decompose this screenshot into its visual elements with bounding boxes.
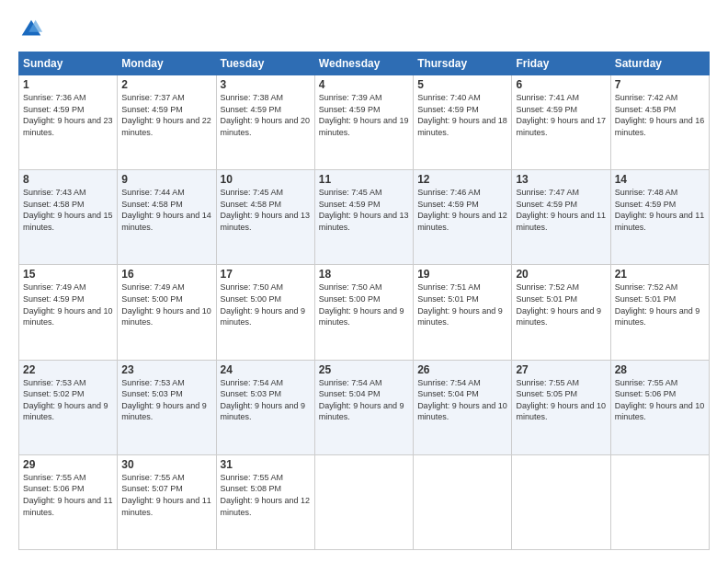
page: SundayMondayTuesdayWednesdayThursdayFrid… — [0, 0, 728, 563]
logo-icon — [18, 17, 44, 42]
day-info: Sunrise: 7:53 AM Sunset: 5:03 PM Dayligh… — [121, 377, 211, 423]
calendar-week-row: 22 Sunrise: 7:53 AM Sunset: 5:02 PM Dayl… — [19, 360, 710, 454]
calendar-cell: 18 Sunrise: 7:50 AM Sunset: 5:00 PM Dayl… — [314, 265, 413, 360]
calendar-cell: 21 Sunrise: 7:52 AM Sunset: 5:01 PM Dayl… — [610, 265, 709, 360]
day-info: Sunrise: 7:45 AM Sunset: 4:59 PM Dayligh… — [319, 187, 409, 233]
calendar-cell: 22 Sunrise: 7:53 AM Sunset: 5:02 PM Dayl… — [19, 360, 118, 454]
day-info: Sunrise: 7:52 AM Sunset: 5:01 PM Dayligh… — [516, 282, 606, 327]
day-info: Sunrise: 7:37 AM Sunset: 4:59 PM Dayligh… — [121, 92, 211, 138]
calendar-cell: 13 Sunrise: 7:47 AM Sunset: 4:59 PM Dayl… — [512, 170, 610, 265]
weekday-header: Monday — [118, 52, 216, 75]
day-info: Sunrise: 7:54 AM Sunset: 5:04 PM Dayligh… — [319, 377, 409, 423]
day-info: Sunrise: 7:51 AM Sunset: 5:01 PM Dayligh… — [417, 282, 507, 327]
day-number: 26 — [417, 363, 507, 376]
weekday-header: Friday — [512, 52, 610, 75]
calendar-cell: 17 Sunrise: 7:50 AM Sunset: 5:00 PM Dayl… — [216, 265, 314, 360]
day-number: 22 — [23, 363, 113, 376]
calendar-week-row: 29 Sunrise: 7:55 AM Sunset: 5:06 PM Dayl… — [19, 454, 710, 549]
calendar-cell: 5 Sunrise: 7:40 AM Sunset: 4:59 PM Dayli… — [414, 75, 512, 170]
weekday-header-row: SundayMondayTuesdayWednesdayThursdayFrid… — [19, 52, 710, 75]
calendar-cell: 24 Sunrise: 7:54 AM Sunset: 5:03 PM Dayl… — [216, 360, 314, 454]
calendar-cell: 27 Sunrise: 7:55 AM Sunset: 5:05 PM Dayl… — [512, 360, 610, 454]
calendar-cell: 12 Sunrise: 7:46 AM Sunset: 4:59 PM Dayl… — [414, 170, 512, 265]
calendar-week-row: 1 Sunrise: 7:36 AM Sunset: 4:59 PM Dayli… — [19, 75, 710, 170]
day-info: Sunrise: 7:39 AM Sunset: 4:59 PM Dayligh… — [319, 92, 409, 138]
day-info: Sunrise: 7:55 AM Sunset: 5:06 PM Dayligh… — [23, 472, 113, 518]
calendar-cell: 8 Sunrise: 7:43 AM Sunset: 4:58 PM Dayli… — [19, 170, 118, 265]
day-number: 15 — [23, 268, 113, 281]
day-number: 16 — [121, 268, 211, 281]
header — [18, 17, 710, 42]
day-info: Sunrise: 7:47 AM Sunset: 4:59 PM Dayligh… — [516, 187, 606, 233]
calendar-cell: 1 Sunrise: 7:36 AM Sunset: 4:59 PM Dayli… — [19, 75, 118, 170]
day-number: 4 — [319, 78, 409, 91]
day-number: 20 — [516, 268, 606, 281]
day-number: 18 — [319, 268, 409, 281]
day-info: Sunrise: 7:44 AM Sunset: 4:58 PM Dayligh… — [121, 187, 211, 233]
calendar-week-row: 8 Sunrise: 7:43 AM Sunset: 4:58 PM Dayli… — [19, 170, 710, 265]
calendar-cell: 15 Sunrise: 7:49 AM Sunset: 4:59 PM Dayl… — [19, 265, 118, 360]
day-number: 29 — [23, 458, 113, 471]
day-info: Sunrise: 7:36 AM Sunset: 4:59 PM Dayligh… — [23, 92, 113, 138]
calendar-cell: 29 Sunrise: 7:55 AM Sunset: 5:06 PM Dayl… — [19, 454, 118, 549]
calendar-cell: 23 Sunrise: 7:53 AM Sunset: 5:03 PM Dayl… — [118, 360, 216, 454]
day-number: 27 — [516, 363, 606, 376]
weekday-header: Tuesday — [216, 52, 314, 75]
calendar-cell: 2 Sunrise: 7:37 AM Sunset: 4:59 PM Dayli… — [118, 75, 216, 170]
calendar-cell: 11 Sunrise: 7:45 AM Sunset: 4:59 PM Dayl… — [314, 170, 413, 265]
day-info: Sunrise: 7:53 AM Sunset: 5:02 PM Dayligh… — [23, 377, 113, 423]
calendar-cell: 6 Sunrise: 7:41 AM Sunset: 4:59 PM Dayli… — [512, 75, 610, 170]
weekday-header: Sunday — [19, 52, 118, 75]
day-info: Sunrise: 7:52 AM Sunset: 5:01 PM Dayligh… — [615, 282, 705, 327]
calendar-cell: 28 Sunrise: 7:55 AM Sunset: 5:06 PM Dayl… — [610, 360, 709, 454]
day-number: 9 — [121, 173, 211, 186]
day-info: Sunrise: 7:38 AM Sunset: 4:59 PM Dayligh… — [221, 92, 311, 138]
calendar-cell: 30 Sunrise: 7:55 AM Sunset: 5:07 PM Dayl… — [118, 454, 216, 549]
day-number: 1 — [23, 78, 113, 91]
calendar-cell: 3 Sunrise: 7:38 AM Sunset: 4:59 PM Dayli… — [216, 75, 314, 170]
day-info: Sunrise: 7:41 AM Sunset: 4:59 PM Dayligh… — [516, 92, 606, 138]
day-info: Sunrise: 7:46 AM Sunset: 4:59 PM Dayligh… — [417, 187, 507, 233]
day-number: 12 — [417, 173, 507, 186]
calendar-cell: 16 Sunrise: 7:49 AM Sunset: 5:00 PM Dayl… — [118, 265, 216, 360]
day-info: Sunrise: 7:50 AM Sunset: 5:00 PM Dayligh… — [221, 282, 311, 327]
day-number: 10 — [221, 173, 311, 186]
calendar-cell: 20 Sunrise: 7:52 AM Sunset: 5:01 PM Dayl… — [512, 265, 610, 360]
day-number: 17 — [221, 268, 311, 281]
calendar-cell: 14 Sunrise: 7:48 AM Sunset: 4:59 PM Dayl… — [610, 170, 709, 265]
day-info: Sunrise: 7:40 AM Sunset: 4:59 PM Dayligh… — [417, 92, 507, 138]
calendar-cell: 26 Sunrise: 7:54 AM Sunset: 5:04 PM Dayl… — [414, 360, 512, 454]
calendar: SundayMondayTuesdayWednesdayThursdayFrid… — [18, 52, 710, 550]
day-number: 8 — [23, 173, 113, 186]
calendar-cell: 19 Sunrise: 7:51 AM Sunset: 5:01 PM Dayl… — [414, 265, 512, 360]
day-number: 25 — [319, 363, 409, 376]
day-number: 11 — [319, 173, 409, 186]
day-info: Sunrise: 7:48 AM Sunset: 4:59 PM Dayligh… — [615, 187, 705, 233]
calendar-cell: 9 Sunrise: 7:44 AM Sunset: 4:58 PM Dayli… — [118, 170, 216, 265]
day-info: Sunrise: 7:55 AM Sunset: 5:05 PM Dayligh… — [516, 377, 606, 423]
day-number: 28 — [615, 363, 705, 376]
weekday-header: Thursday — [414, 52, 512, 75]
day-info: Sunrise: 7:55 AM Sunset: 5:07 PM Dayligh… — [121, 472, 211, 518]
calendar-cell: 10 Sunrise: 7:45 AM Sunset: 4:58 PM Dayl… — [216, 170, 314, 265]
day-info: Sunrise: 7:55 AM Sunset: 5:08 PM Dayligh… — [221, 472, 311, 518]
logo — [18, 17, 48, 42]
day-number: 24 — [221, 363, 311, 376]
calendar-cell: 31 Sunrise: 7:55 AM Sunset: 5:08 PM Dayl… — [216, 454, 314, 549]
day-number: 31 — [221, 458, 311, 471]
day-info: Sunrise: 7:54 AM Sunset: 5:03 PM Dayligh… — [221, 377, 311, 423]
day-number: 7 — [615, 78, 705, 91]
day-number: 6 — [516, 78, 606, 91]
day-number: 21 — [615, 268, 705, 281]
day-number: 19 — [417, 268, 507, 281]
day-info: Sunrise: 7:45 AM Sunset: 4:58 PM Dayligh… — [221, 187, 311, 233]
day-number: 14 — [615, 173, 705, 186]
day-info: Sunrise: 7:50 AM Sunset: 5:00 PM Dayligh… — [319, 282, 409, 327]
day-number: 2 — [121, 78, 211, 91]
day-info: Sunrise: 7:42 AM Sunset: 4:58 PM Dayligh… — [615, 92, 705, 138]
day-info: Sunrise: 7:43 AM Sunset: 4:58 PM Dayligh… — [23, 187, 113, 233]
calendar-cell — [414, 454, 512, 549]
weekday-header: Saturday — [610, 52, 709, 75]
calendar-cell: 25 Sunrise: 7:54 AM Sunset: 5:04 PM Dayl… — [314, 360, 413, 454]
calendar-cell: 7 Sunrise: 7:42 AM Sunset: 4:58 PM Dayli… — [610, 75, 709, 170]
